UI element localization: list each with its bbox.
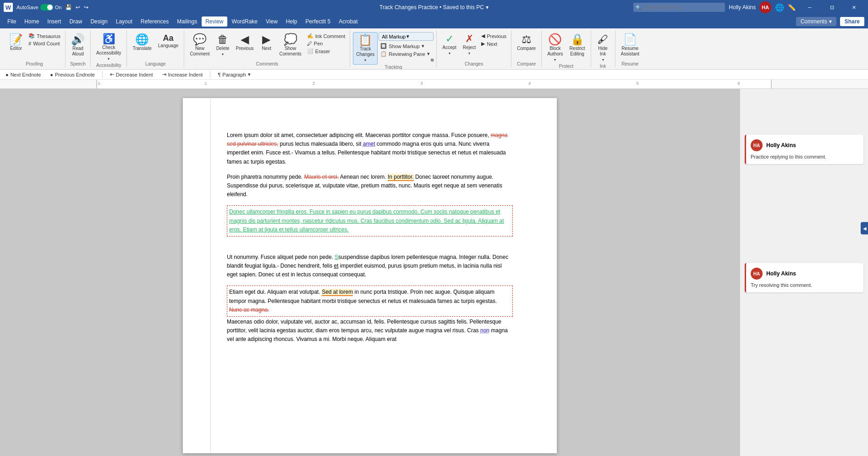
paragraph-2: Proin pharetra nonummy pede. Mauris et o… xyxy=(227,173,513,199)
ribbon-group-speech: 🔊 ReadAloud Speech xyxy=(66,30,91,67)
menu-design[interactable]: Design xyxy=(87,16,111,27)
show-markup-label: Show Markup xyxy=(389,44,419,49)
all-markup-dropdown[interactable]: All Markup ▾ xyxy=(379,32,434,41)
next-change-button[interactable]: ▶ Next xyxy=(479,40,508,48)
thesaurus-button[interactable]: 📚 Thesaurus xyxy=(27,32,62,40)
title-dropdown-arrow[interactable]: ▾ xyxy=(486,4,489,11)
block-authors-button[interactable]: 🚫 BlockAuthors ▾ xyxy=(544,32,566,64)
hide-ink-button[interactable]: 🖋 HideInk ▾ xyxy=(594,32,612,64)
save-icon[interactable]: 💾 xyxy=(65,4,72,11)
redo-icon[interactable]: ↪ xyxy=(84,4,88,11)
globe-icon[interactable]: 🌐 xyxy=(775,3,784,12)
autosave-toggle[interactable]: AutoSave On xyxy=(16,4,61,11)
comments-button[interactable]: Comments ▾ xyxy=(796,17,836,26)
check-accessibility-label: CheckAccessibility xyxy=(96,45,121,56)
pen-icon[interactable]: ✏️ xyxy=(788,4,796,11)
speech-label: Speech xyxy=(70,61,86,67)
paragraph-button[interactable]: ¶ Paragraph ▾ xyxy=(216,71,252,78)
menu-perfectit[interactable]: PerfectIt 5 xyxy=(302,16,334,27)
menu-acrobat[interactable]: Acrobat xyxy=(335,16,361,27)
p2-strikethrough: Mauris et orci. xyxy=(304,174,339,180)
accept-button[interactable]: ✓ Accept ▾ xyxy=(439,32,459,57)
pen-button[interactable]: 🖊 Pen xyxy=(305,40,347,47)
prev-endnote-label: Previous Endnote xyxy=(55,72,95,77)
track-changes-button[interactable]: 📋 TrackChanges ▾ xyxy=(353,32,378,65)
previous-change-button[interactable]: ◀ Previous xyxy=(479,32,508,40)
accept-label: Accept xyxy=(442,45,456,50)
eraser-button[interactable]: ⬜ Eraser xyxy=(305,47,347,55)
left-margin-line xyxy=(210,98,211,453)
paragraph-3-wrapper: Donec ullamcorper fringilla eros. Fusce … xyxy=(227,205,513,236)
title-bar-right: Holly Akins HA 🌐 ✏️ ─ ⊡ ✕ xyxy=(577,0,864,15)
hide-ink-arrow: ▾ xyxy=(602,58,604,62)
translate-icon: 🌐 xyxy=(135,34,149,45)
close-button[interactable]: ✕ xyxy=(843,0,864,15)
accessibility-label: Accessibility xyxy=(96,63,121,69)
menu-home[interactable]: Home xyxy=(21,16,43,27)
menu-layout[interactable]: Layout xyxy=(112,16,136,27)
menu-draw[interactable]: Draw xyxy=(66,16,86,27)
p6-link-non[interactable]: non xyxy=(480,327,489,334)
user-name: Holly Akins xyxy=(729,4,756,11)
next-comment-label: Next xyxy=(262,46,271,51)
menu-review[interactable]: Review xyxy=(202,16,227,27)
restore-button[interactable]: ⊡ xyxy=(821,0,842,15)
track-changes-label: TrackChanges xyxy=(356,46,374,57)
previous-comment-button[interactable]: ◀ Previous xyxy=(233,32,257,53)
undo-icon[interactable]: ↩ xyxy=(76,4,80,11)
autosave-switch[interactable] xyxy=(40,4,53,11)
share-button[interactable]: Share xyxy=(840,17,864,26)
reject-button[interactable]: ✗ Reject ▾ xyxy=(460,32,478,57)
compare-buttons: ⚖ Compare xyxy=(514,30,538,61)
prev-endnote-button[interactable]: ● Previous Endnote xyxy=(48,71,97,78)
new-comment-button[interactable]: 💬 NewComment xyxy=(187,32,212,59)
decrease-indent-button[interactable]: ⇤ Decrease Indent xyxy=(108,71,155,78)
editor-button[interactable]: 📝 Editor xyxy=(6,32,26,53)
check-accessibility-button[interactable]: ♿ CheckAccessibility ▾ xyxy=(93,32,124,63)
menu-view[interactable]: View xyxy=(262,16,281,27)
menu-file[interactable]: File xyxy=(4,16,20,27)
translate-button[interactable]: 🌐 Translate xyxy=(130,32,154,53)
minimize-button[interactable]: ─ xyxy=(799,0,820,15)
ink-comment-button[interactable]: ✍ Ink Comment xyxy=(305,32,347,40)
word-count-button[interactable]: # Word Count xyxy=(27,40,62,47)
menu-references[interactable]: References xyxy=(137,16,172,27)
search-input[interactable] xyxy=(633,3,725,12)
resume-assistant-button[interactable]: 📄 ResumeAssistant xyxy=(618,32,643,59)
delete-button[interactable]: 🗑 Delete ▾ xyxy=(214,32,232,58)
language-buttons: 🌐 Translate Aa Language xyxy=(130,30,181,61)
show-comments-button[interactable]: 💭 ShowComments xyxy=(276,32,304,59)
resume-label: Resume xyxy=(621,61,638,67)
p1-link-amet[interactable]: amet xyxy=(363,141,375,147)
nav-sep-1 xyxy=(102,71,103,78)
edge-tab[interactable]: ◀ xyxy=(861,222,868,234)
comment-card-1: HA Holly Akins Practice replying to this… xyxy=(745,135,863,164)
thesaurus-label: Thesaurus xyxy=(37,33,60,39)
restrict-editing-button[interactable]: 🔒 RestrictEditing xyxy=(567,32,588,59)
thesaurus-icon: 📚 xyxy=(28,33,35,39)
compare-button[interactable]: ⚖ Compare xyxy=(514,32,538,53)
tracking-launcher[interactable]: ⧉ xyxy=(379,58,434,63)
nav-bar: ● Next Endnote ● Previous Endnote ⇤ Decr… xyxy=(0,70,868,80)
show-markup-button[interactable]: 🔲 Show Markup ▾ xyxy=(379,42,434,50)
menu-help[interactable]: Help xyxy=(282,16,301,27)
next-endnote-button[interactable]: ● Next Endnote xyxy=(4,71,43,78)
paragraph-label: Paragraph xyxy=(222,72,246,77)
comment-1-avatar: HA xyxy=(751,139,763,151)
comment-2-author-name: Holly Akins xyxy=(766,270,796,277)
read-aloud-button[interactable]: 🔊 ReadAloud xyxy=(68,32,88,59)
delete-icon: 🗑 xyxy=(217,34,228,45)
ruler-inner: ·1· 1 2 3 4 5 6 xyxy=(96,80,772,88)
menu-insert[interactable]: Insert xyxy=(44,16,65,27)
user-avatar[interactable]: HA xyxy=(759,1,771,13)
next-comment-button[interactable]: ▶ Next xyxy=(257,32,275,53)
menu-mailings[interactable]: Mailings xyxy=(173,16,201,27)
comment-2-author: Holly Akins xyxy=(766,270,796,277)
language-button[interactable]: Aa Language xyxy=(155,32,181,50)
p6-text1: Maecenas odio dolor, vulputate vel, auct… xyxy=(227,319,501,334)
menu-wordrake[interactable]: WordRake xyxy=(228,16,261,27)
reviewing-pane-button[interactable]: 📋 Reviewing Pane ▾ xyxy=(379,50,434,58)
increase-indent-button[interactable]: ⇥ Increase Indent xyxy=(160,71,205,78)
show-markup-icon: 🔲 xyxy=(380,43,387,49)
p1-text1: Lorem ipsum dolor sit amet, consectetuer… xyxy=(227,132,491,138)
